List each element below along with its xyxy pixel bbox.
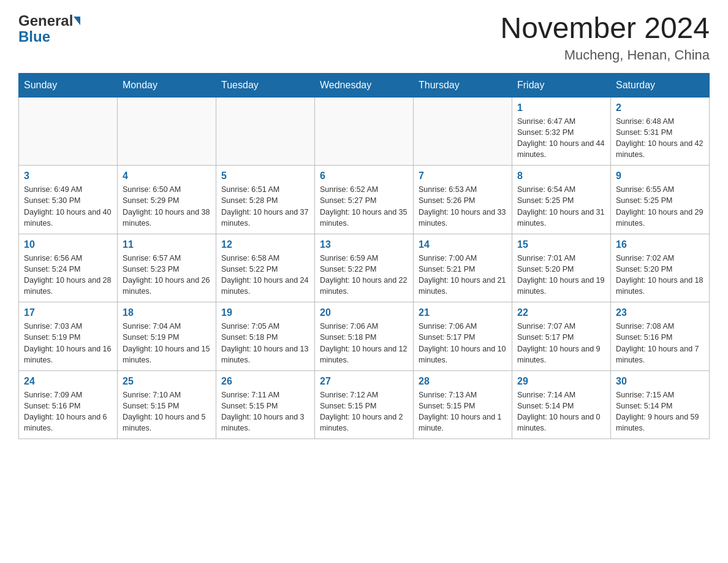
- calendar-cell: 18Sunrise: 7:04 AMSunset: 5:19 PMDayligh…: [118, 302, 216, 371]
- day-number: 7: [419, 170, 507, 182]
- calendar-cell: [315, 97, 414, 166]
- day-number: 11: [123, 239, 211, 250]
- day-number: 17: [24, 307, 112, 318]
- month-title: November 2024: [500, 12, 710, 45]
- day-number: 25: [123, 376, 211, 387]
- calendar-cell: 5Sunrise: 6:51 AMSunset: 5:28 PMDaylight…: [216, 166, 315, 234]
- calendar-cell: 2Sunrise: 6:48 AMSunset: 5:31 PMDaylight…: [611, 97, 710, 166]
- day-info: Sunrise: 6:49 AMSunset: 5:30 PMDaylight:…: [24, 184, 112, 229]
- day-number: 6: [320, 170, 408, 182]
- calendar-cell: 14Sunrise: 7:00 AMSunset: 5:21 PMDayligh…: [414, 234, 512, 302]
- day-info: Sunrise: 6:53 AMSunset: 5:26 PMDaylight:…: [419, 184, 507, 229]
- calendar-cell: 11Sunrise: 6:57 AMSunset: 5:23 PMDayligh…: [118, 234, 216, 302]
- calendar-week-row: 3Sunrise: 6:49 AMSunset: 5:30 PMDaylight…: [19, 166, 710, 234]
- day-number: 20: [320, 307, 408, 318]
- calendar-cell: 23Sunrise: 7:08 AMSunset: 5:16 PMDayligh…: [611, 302, 710, 371]
- day-info: Sunrise: 7:03 AMSunset: 5:19 PMDaylight:…: [24, 321, 112, 366]
- calendar-week-row: 17Sunrise: 7:03 AMSunset: 5:19 PMDayligh…: [19, 302, 710, 371]
- calendar-cell: [19, 97, 118, 166]
- calendar-cell: 22Sunrise: 7:07 AMSunset: 5:17 PMDayligh…: [512, 302, 611, 371]
- calendar-week-row: 10Sunrise: 6:56 AMSunset: 5:24 PMDayligh…: [19, 234, 710, 302]
- day-of-week-header: Saturday: [611, 73, 710, 97]
- day-info: Sunrise: 7:12 AMSunset: 5:15 PMDaylight:…: [320, 389, 408, 434]
- day-number: 26: [221, 376, 309, 387]
- day-of-week-header: Wednesday: [315, 73, 414, 97]
- day-info: Sunrise: 7:13 AMSunset: 5:15 PMDaylight:…: [419, 389, 507, 434]
- day-number: 19: [221, 307, 309, 318]
- day-number: 5: [221, 170, 309, 182]
- logo: General Blue: [18, 12, 80, 45]
- calendar-cell: 9Sunrise: 6:55 AMSunset: 5:25 PMDaylight…: [611, 166, 710, 234]
- logo-general-text: General: [18, 12, 73, 29]
- day-of-week-header: Monday: [118, 73, 216, 97]
- location-title: Mucheng, Henan, China: [500, 47, 710, 63]
- day-number: 29: [517, 376, 605, 387]
- calendar-cell: 7Sunrise: 6:53 AMSunset: 5:26 PMDaylight…: [414, 166, 512, 234]
- day-number: 2: [616, 102, 704, 113]
- day-info: Sunrise: 6:58 AMSunset: 5:22 PMDaylight:…: [221, 253, 309, 297]
- header: General Blue November 2024 Mucheng, Hena…: [18, 12, 710, 63]
- day-of-week-header: Thursday: [414, 73, 512, 97]
- day-info: Sunrise: 6:52 AMSunset: 5:27 PMDaylight:…: [320, 184, 408, 229]
- day-of-week-header: Tuesday: [216, 73, 315, 97]
- day-number: 21: [419, 307, 507, 318]
- day-info: Sunrise: 7:08 AMSunset: 5:16 PMDaylight:…: [616, 321, 704, 366]
- day-number: 4: [123, 170, 211, 182]
- day-info: Sunrise: 7:09 AMSunset: 5:16 PMDaylight:…: [24, 389, 112, 434]
- calendar-cell: 28Sunrise: 7:13 AMSunset: 5:15 PMDayligh…: [414, 370, 512, 439]
- day-info: Sunrise: 7:07 AMSunset: 5:17 PMDaylight:…: [517, 321, 605, 366]
- day-info: Sunrise: 7:06 AMSunset: 5:18 PMDaylight:…: [320, 321, 408, 366]
- calendar-cell: 20Sunrise: 7:06 AMSunset: 5:18 PMDayligh…: [315, 302, 414, 371]
- day-number: 12: [221, 239, 309, 250]
- day-info: Sunrise: 7:02 AMSunset: 5:20 PMDaylight:…: [616, 253, 704, 297]
- calendar-cell: 3Sunrise: 6:49 AMSunset: 5:30 PMDaylight…: [19, 166, 118, 234]
- day-number: 30: [616, 376, 704, 387]
- day-info: Sunrise: 6:51 AMSunset: 5:28 PMDaylight:…: [221, 184, 309, 229]
- calendar-cell: 6Sunrise: 6:52 AMSunset: 5:27 PMDaylight…: [315, 166, 414, 234]
- calendar-cell: 1Sunrise: 6:47 AMSunset: 5:32 PMDaylight…: [512, 97, 611, 166]
- calendar-header-row: SundayMondayTuesdayWednesdayThursdayFrid…: [19, 73, 710, 97]
- calendar-cell: [414, 97, 512, 166]
- calendar-cell: [216, 97, 315, 166]
- day-number: 8: [517, 170, 605, 182]
- day-info: Sunrise: 6:47 AMSunset: 5:32 PMDaylight:…: [517, 116, 605, 161]
- day-info: Sunrise: 6:55 AMSunset: 5:25 PMDaylight:…: [616, 184, 704, 229]
- calendar-cell: 21Sunrise: 7:06 AMSunset: 5:17 PMDayligh…: [414, 302, 512, 371]
- day-number: 13: [320, 239, 408, 250]
- day-info: Sunrise: 7:15 AMSunset: 5:14 PMDaylight:…: [616, 389, 704, 434]
- day-info: Sunrise: 7:14 AMSunset: 5:14 PMDaylight:…: [517, 389, 605, 434]
- calendar-cell: 16Sunrise: 7:02 AMSunset: 5:20 PMDayligh…: [611, 234, 710, 302]
- calendar-cell: 24Sunrise: 7:09 AMSunset: 5:16 PMDayligh…: [19, 370, 118, 439]
- day-number: 28: [419, 376, 507, 387]
- day-number: 23: [616, 307, 704, 318]
- calendar-cell: 8Sunrise: 6:54 AMSunset: 5:25 PMDaylight…: [512, 166, 611, 234]
- day-info: Sunrise: 6:56 AMSunset: 5:24 PMDaylight:…: [24, 253, 112, 297]
- day-info: Sunrise: 6:59 AMSunset: 5:22 PMDaylight:…: [320, 253, 408, 297]
- calendar-cell: 4Sunrise: 6:50 AMSunset: 5:29 PMDaylight…: [118, 166, 216, 234]
- day-number: 3: [24, 170, 112, 182]
- day-info: Sunrise: 6:57 AMSunset: 5:23 PMDaylight:…: [123, 253, 211, 297]
- day-info: Sunrise: 7:01 AMSunset: 5:20 PMDaylight:…: [517, 253, 605, 297]
- calendar-table: SundayMondayTuesdayWednesdayThursdayFrid…: [18, 73, 710, 440]
- day-info: Sunrise: 6:54 AMSunset: 5:25 PMDaylight:…: [517, 184, 605, 229]
- day-info: Sunrise: 7:05 AMSunset: 5:18 PMDaylight:…: [221, 321, 309, 366]
- day-info: Sunrise: 6:50 AMSunset: 5:29 PMDaylight:…: [123, 184, 211, 229]
- day-info: Sunrise: 6:48 AMSunset: 5:31 PMDaylight:…: [616, 116, 704, 161]
- day-number: 16: [616, 239, 704, 250]
- title-area: November 2024 Mucheng, Henan, China: [500, 12, 710, 63]
- calendar-cell: 13Sunrise: 6:59 AMSunset: 5:22 PMDayligh…: [315, 234, 414, 302]
- calendar-cell: 19Sunrise: 7:05 AMSunset: 5:18 PMDayligh…: [216, 302, 315, 371]
- day-info: Sunrise: 7:10 AMSunset: 5:15 PMDaylight:…: [123, 389, 211, 434]
- calendar-cell: 10Sunrise: 6:56 AMSunset: 5:24 PMDayligh…: [19, 234, 118, 302]
- day-number: 10: [24, 239, 112, 250]
- day-info: Sunrise: 7:11 AMSunset: 5:15 PMDaylight:…: [221, 389, 309, 434]
- calendar-cell: [118, 97, 216, 166]
- day-number: 22: [517, 307, 605, 318]
- calendar-cell: 12Sunrise: 6:58 AMSunset: 5:22 PMDayligh…: [216, 234, 315, 302]
- day-of-week-header: Sunday: [19, 73, 118, 97]
- calendar-cell: 26Sunrise: 7:11 AMSunset: 5:15 PMDayligh…: [216, 370, 315, 439]
- day-info: Sunrise: 7:00 AMSunset: 5:21 PMDaylight:…: [419, 253, 507, 297]
- day-number: 24: [24, 376, 112, 387]
- day-number: 1: [517, 102, 605, 113]
- logo-blue-text: Blue: [18, 28, 50, 45]
